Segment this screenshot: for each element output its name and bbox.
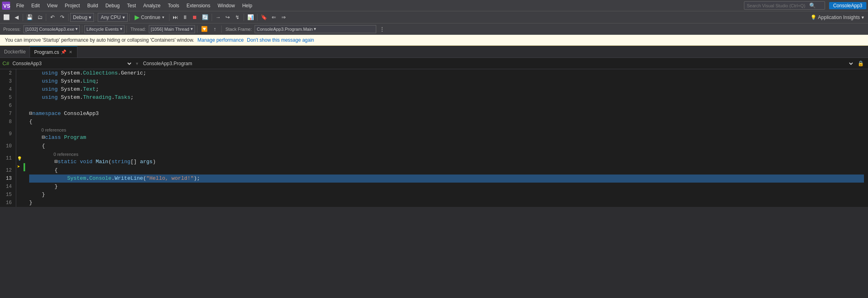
tab-dockerfile[interactable]: Dockerfile (0, 46, 30, 57)
menu-extensions[interactable]: Extensions (183, 2, 214, 9)
debug-config-arrow: ▾ (89, 15, 91, 20)
step-into-btn[interactable]: → (214, 13, 223, 22)
save-all-button[interactable]: 🗂 (35, 13, 44, 22)
line-num-2: 2 (2, 69, 12, 77)
line-num-6: 6 (2, 102, 12, 110)
dismiss-link[interactable]: Don't show this message again (247, 37, 314, 43)
debug-toolbar: Process: [1032] ConsoleApp3.exe ▾ Lifecy… (0, 23, 868, 35)
lifecycle-dropdown[interactable]: Lifecycle Events ▾ (84, 25, 124, 33)
filter-btn[interactable]: 🔽 (199, 25, 209, 34)
line-num-11: 11 (2, 150, 12, 166)
debug-config-dropdown[interactable]: Debug ▾ (70, 13, 94, 22)
menu-edit[interactable]: Edit (28, 2, 43, 9)
separator-3 (68, 14, 69, 21)
code-line-16: } (29, 199, 864, 207)
separator-7 (212, 14, 212, 21)
new-button[interactable]: ⬜ (2, 13, 11, 22)
code-line-2: using System.Collections.Generic; (29, 69, 864, 77)
code-content[interactable]: using System.Collections.Generic; using … (25, 69, 868, 207)
editor-gutter: ➤ 💡 (16, 69, 25, 207)
stack-value: ConsoleApp3.Program.Main (257, 27, 313, 32)
restart-btn[interactable]: 🔄 (200, 13, 210, 22)
stop-btn[interactable]: ⏹ (191, 13, 199, 22)
code-editor[interactable]: 2 3 4 5 6 7 8 9 10 11 12 13 14 15 16 ➤ 💡 (0, 69, 868, 207)
separator-d4 (221, 26, 222, 33)
pause-btn[interactable]: ⏸ (181, 13, 190, 22)
search-box[interactable]: 🔍 (744, 1, 825, 10)
ai-insights-btn[interactable]: 💡 Application Insights ▾ (808, 14, 866, 21)
back-button[interactable]: ◀ (12, 13, 21, 22)
save-button[interactable]: 💾 (25, 13, 34, 22)
separator-8 (244, 14, 244, 21)
manage-performance-link[interactable]: Manage performance (197, 37, 244, 43)
step-out-btn[interactable]: ↪ (223, 13, 232, 22)
menu-tools[interactable]: Tools (165, 2, 182, 9)
menu-project[interactable]: Project (62, 2, 83, 9)
step-over2-btn[interactable]: ↯ (233, 13, 242, 22)
menu-test[interactable]: Test (124, 2, 139, 9)
platform-arrow: ▾ (122, 15, 125, 20)
separator-d3 (197, 26, 197, 33)
line-num-9: 9 (2, 126, 12, 142)
tab-close-btn[interactable]: ✕ (68, 49, 73, 55)
line-num-4: 4 (2, 85, 12, 94)
platform-dropdown[interactable]: Any CPU ▾ (98, 13, 127, 22)
code-line-10: { (29, 142, 864, 150)
class-dropdown[interactable]: ConsoleApp3.Program (141, 60, 854, 67)
code-line-3: using System.Linq; (29, 77, 864, 85)
nav-separator: ▾ (136, 61, 138, 66)
menu-build[interactable]: Build (84, 2, 101, 9)
menu-file[interactable]: File (13, 2, 27, 9)
tab-program-cs[interactable]: Program.cs 📌 ✕ (30, 46, 77, 57)
play-icon: ▶ (135, 13, 139, 21)
menu-analyze[interactable]: Analyze (140, 2, 164, 9)
line-num-13: 13 (2, 175, 12, 183)
process-label: Process: (2, 27, 22, 32)
line-num-7: 7 (2, 110, 12, 118)
ai-insights-arrow: ▾ (862, 15, 864, 20)
project-dropdown[interactable]: ConsoleApp3 (11, 60, 133, 67)
redo-button[interactable]: ↷ (58, 13, 66, 22)
diagnostic-btn[interactable]: 📊 (246, 13, 255, 22)
lifecycle-arrow: ▾ (120, 26, 122, 32)
next-btn[interactable]: ⇒ (279, 13, 288, 22)
line-numbers: 2 3 4 5 6 7 8 9 10 11 12 13 14 15 16 (0, 69, 16, 207)
separator-4 (96, 14, 96, 21)
code-line-6 (29, 102, 864, 110)
prev-btn[interactable]: ⇐ (270, 13, 279, 22)
up-btn[interactable]: ↑ (210, 25, 219, 34)
line-num-10: 10 (2, 142, 12, 150)
step-over-btn[interactable]: ⏭ (171, 13, 180, 22)
bookmark-btn[interactable]: 🔖 (259, 13, 269, 22)
line-num-5: 5 (2, 94, 12, 102)
stack-expand-btn[interactable]: ⋮ (377, 25, 386, 34)
menu-view[interactable]: View (44, 2, 61, 9)
stack-dropdown[interactable]: ConsoleApp3.Program.Main ▾ (255, 25, 376, 33)
thread-arrow: ▾ (191, 26, 193, 32)
menu-window[interactable]: Window (214, 2, 238, 9)
account-button[interactable]: ConsoleApp3 (829, 2, 866, 9)
tab-pin-icon: 📌 (61, 49, 66, 55)
stack-arrow: ▾ (314, 26, 316, 32)
undo-button[interactable]: ↶ (48, 13, 57, 22)
lifecycle-label: Lifecycle Events (86, 27, 118, 32)
vs-logo: VS (2, 1, 11, 10)
debug-config-label: Debug (73, 15, 87, 20)
code-line-11-group: 0 references ⊟static void Main(string[] … (29, 150, 864, 166)
menu-help[interactable]: Help (239, 2, 255, 9)
process-dropdown[interactable]: [1032] ConsoleApp3.exe ▾ (24, 25, 80, 33)
code-line-14: } (29, 183, 864, 191)
csharp-icon: C# (2, 60, 9, 66)
continue-button[interactable]: ▶ Continue ▾ (131, 13, 167, 22)
search-icon: 🔍 (809, 2, 816, 9)
line-num-16: 16 (2, 199, 12, 207)
code-line-8: { (29, 118, 864, 126)
code-line-13: System.Console.WriteLine("Hello, world!"… (29, 175, 864, 183)
code-line-9-group: 0 references ⊟class Program (29, 126, 864, 142)
code-line-5: using System.Threading.Tasks; (29, 94, 864, 102)
lock-btn[interactable]: 🔒 (856, 59, 866, 68)
menu-debug[interactable]: Debug (102, 2, 123, 9)
current-line-arrow: ➤ (17, 163, 20, 171)
thread-dropdown[interactable]: [1056] Main Thread ▾ (149, 25, 195, 33)
search-input[interactable] (747, 3, 808, 8)
